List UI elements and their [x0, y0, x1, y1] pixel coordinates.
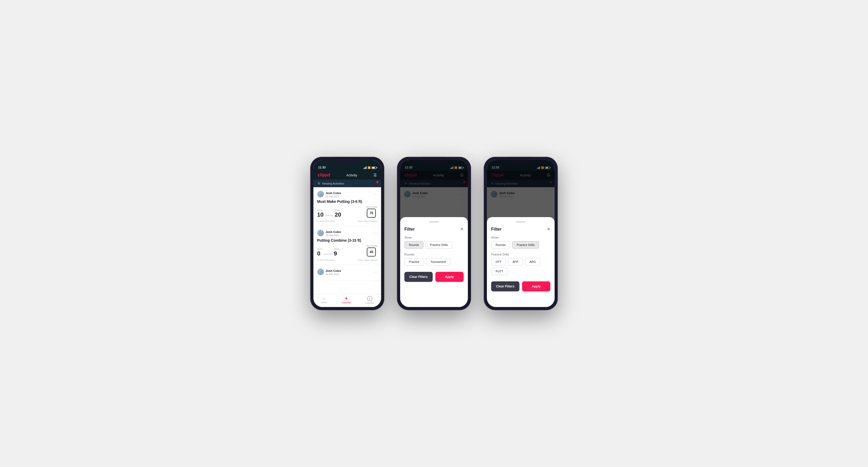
nav-capture-1[interactable]: + Capture — [366, 296, 374, 304]
filter-app-btn-3[interactable]: APP — [508, 258, 523, 266]
apply-btn-2[interactable]: Apply — [435, 272, 464, 282]
filter-arg-btn-3[interactable]: ARG — [525, 258, 540, 266]
activity-footer-2: ⓘ Test Information Data: Clippd Capture — [317, 259, 377, 261]
phone-3: 11:33 📶 clippd Activity — [484, 157, 558, 310]
bar3 — [365, 167, 366, 169]
activity-header-2: Josh Coles 28 Feb 2023 ··· — [317, 229, 377, 237]
filter-rounds-section-2: Rounds Practice Tournament — [404, 253, 464, 266]
info-icon-1: ⓘ — [317, 220, 319, 223]
shot-quality-badge-2: 45 — [367, 248, 376, 256]
activity-list-1: Josh Coles 28 Feb 2023 ··· Must Make Put… — [313, 187, 381, 294]
filter-drills-section-3: Practice Drills OTT APP ARG PUTT — [491, 253, 550, 275]
phone-1-inner: 11:33 📶 clippd Activity — [313, 160, 381, 307]
phones-container: 11:33 📶 clippd Activity — [310, 157, 558, 310]
shot-quality-label-1: Shot Quality — [366, 206, 377, 208]
activity-title-1: Must Make Putting (3-6 ft) — [317, 199, 377, 204]
modal-sheet-2: Filter ✕ Show Rounds Practice Drills Rou… — [400, 217, 468, 307]
phone-2-inner: 11:33 📶 clippd Activity — [400, 160, 468, 307]
filter-practice-drills-btn-3[interactable]: Practice Drills — [512, 241, 539, 249]
nav-home-1[interactable]: ⌂ Home — [320, 296, 327, 304]
clear-filters-btn-2[interactable]: Clear Filters — [404, 272, 433, 282]
modal-handle-3 — [516, 221, 526, 222]
nav-home-label-1: Home — [320, 301, 327, 304]
modal-sheet-3: Filter ✕ Show Rounds Practice Drills Pra… — [487, 217, 555, 307]
logo-1: clippd — [318, 173, 330, 178]
viewing-bar-text-1: Viewing Activities — [322, 182, 344, 185]
bar1 — [364, 168, 364, 169]
activity-header-3: Josh Coles 28 Feb 2023 ··· — [317, 268, 377, 276]
activities-icon-1: ♦ — [345, 296, 347, 301]
activity-header-1: Josh Coles 28 Feb 2023 ··· — [317, 190, 377, 198]
user-detail-3: Josh Coles 28 Feb 2023 — [326, 268, 341, 276]
filter-putt-btn-3[interactable]: PUTT — [491, 268, 508, 275]
out-of-2: OUT OF — [324, 253, 332, 255]
user-info-2: Josh Coles 28 Feb 2023 — [317, 229, 341, 237]
avatar-img-1 — [317, 191, 324, 197]
filter-rounds-buttons-2: Practice Tournament — [404, 258, 464, 266]
filter-show-buttons-2: Rounds Practice Drills — [404, 241, 464, 249]
shot-quality-label-2: Shot Quality — [366, 245, 377, 247]
bottom-nav-1: ⌂ Home ♦ Activities + Capture — [313, 294, 381, 307]
filter-ott-btn-3[interactable]: OTT — [491, 258, 506, 266]
modal-title-3: Filter — [491, 227, 501, 232]
filter-rounds-btn-3[interactable]: Rounds — [491, 241, 510, 249]
bar4 — [366, 166, 367, 169]
modal-close-3[interactable]: ✕ — [547, 227, 550, 232]
footer-data-1: Data: Clippd Capture — [358, 220, 377, 222]
app-header-1: clippd Activity ☰ — [313, 170, 381, 180]
home-icon-1: ⌂ — [323, 296, 325, 301]
filter-rounds-btn-2[interactable]: Rounds — [404, 241, 424, 249]
more-dots-3[interactable]: ··· — [373, 270, 377, 274]
header-title-1: Activity — [346, 173, 357, 177]
out-of-1: OUT OF — [325, 214, 333, 217]
filter-show-buttons-3: Rounds Practice Drills — [491, 241, 550, 249]
filter-tournament-btn-2[interactable]: Tournament — [426, 258, 451, 266]
filter-show-label-3: Show — [491, 236, 550, 239]
activity-footer-1: ⓘ Test Information Data: Clippd Capture — [317, 220, 377, 223]
filter-practice-btn-2[interactable]: Practice — [404, 258, 424, 266]
nav-activities-label-1: Activities — [341, 301, 351, 304]
filter-drills-buttons-3: OTT APP ARG PUTT — [491, 258, 550, 275]
footer-info-1: ⓘ Test Information — [317, 220, 335, 223]
modal-overlay-3: Filter ✕ Show Rounds Practice Drills Pra… — [487, 160, 555, 307]
notch-1 — [335, 157, 359, 164]
user-name-3: Josh Coles — [326, 269, 341, 272]
modal-footer-2: Clear Filters Apply — [404, 272, 464, 282]
footer-data-2: Data: Clippd Capture — [358, 259, 377, 261]
modal-title-2: Filter — [404, 227, 415, 232]
score-block-1: Score 10 — [317, 209, 323, 218]
activity-item-3[interactable]: Josh Coles 28 Feb 2023 ··· — [313, 265, 381, 281]
capture-icon-1: + — [367, 296, 372, 301]
modal-title-row-3: Filter ✕ — [491, 227, 550, 232]
nav-activities-1[interactable]: ♦ Activities — [341, 296, 351, 304]
modal-title-row-2: Filter ✕ — [404, 227, 464, 232]
user-detail-2: Josh Coles 28 Feb 2023 — [326, 229, 341, 237]
user-name-1: Josh Coles — [326, 191, 341, 195]
avatar-img-3 — [317, 269, 324, 275]
clear-filters-btn-3[interactable]: Clear Filters — [491, 281, 520, 291]
viewing-bar-dot-1 — [376, 181, 378, 183]
score-label-1: Score — [317, 209, 323, 211]
apply-btn-3[interactable]: Apply — [522, 281, 550, 291]
user-info-3: Josh Coles 28 Feb 2023 — [317, 268, 341, 276]
activity-item-1[interactable]: Josh Coles 28 Feb 2023 ··· Must Make Put… — [313, 187, 381, 226]
modal-overlay-2: Filter ✕ Show Rounds Practice Drills Rou… — [400, 160, 468, 307]
battery-fill-1 — [372, 167, 375, 168]
avatar-1 — [317, 191, 324, 197]
modal-close-2[interactable]: ✕ — [460, 227, 464, 232]
more-dots-2[interactable]: ··· — [373, 231, 377, 235]
more-dots-1[interactable]: ··· — [373, 192, 377, 196]
stats-row-1: Score 10 OUT OF Shots 20 Shot Quality 75 — [317, 206, 377, 218]
battery-1 — [372, 166, 376, 169]
viewing-bar-1[interactable]: ⚙ Viewing Activities — [313, 180, 381, 187]
stats-row-2: Score 0 OUT OF Shots 9 Shot Quality 45 — [317, 245, 377, 256]
user-detail-1: Josh Coles 28 Feb 2023 — [326, 190, 341, 198]
filter-practice-drills-btn-2[interactable]: Practice Drills — [426, 241, 452, 249]
status-time-1: 11:33 — [318, 166, 326, 169]
filter-rounds-label-2: Rounds — [404, 253, 464, 256]
modal-handle-2 — [429, 221, 439, 222]
menu-icon-1[interactable]: ☰ — [373, 173, 377, 177]
activity-item-2[interactable]: Josh Coles 28 Feb 2023 ··· Putting Combi… — [313, 226, 381, 265]
signal-bars-1 — [364, 166, 367, 169]
score-label-2: Score — [317, 248, 323, 250]
